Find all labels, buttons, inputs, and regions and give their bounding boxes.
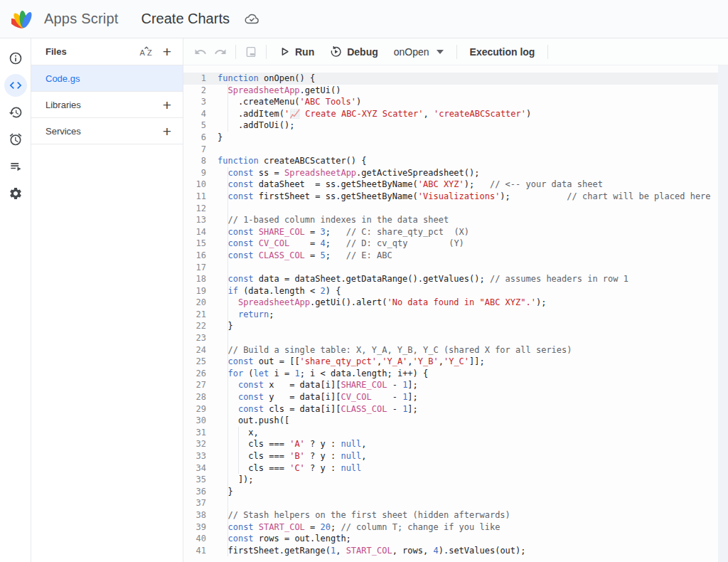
code-text: firstSheet.getRange(1, START_COL, rows, … — [218, 545, 718, 557]
toolbar-divider — [456, 45, 457, 59]
code-lines: 1function onOpen() {2 SpreadsheetApp.get… — [183, 73, 728, 556]
function-selector[interactable]: onOpen — [386, 41, 451, 63]
debug-icon — [330, 46, 342, 58]
alarm-icon[interactable] — [4, 128, 27, 151]
toolbar-divider — [235, 45, 236, 59]
code-text: const CV_COL = 4; // D: cv_qty (Y) — [218, 238, 718, 250]
code-editor[interactable]: 1function onOpen() {2 SpreadsheetApp.get… — [183, 65, 728, 562]
code-text: } — [218, 320, 718, 332]
code-line[interactable]: 3 .createMenu('ABC Tools') — [183, 96, 728, 108]
code-text: function onOpen() { — [218, 73, 718, 85]
history-icon[interactable] — [4, 101, 27, 124]
code-text — [218, 203, 718, 215]
code-line[interactable]: 7 — [183, 144, 728, 156]
code-text: const data = dataSheet.getDataRange().ge… — [218, 273, 718, 285]
code-line[interactable]: 38 // Stash helpers on the first sheet (… — [183, 509, 728, 521]
line-number: 28 — [183, 391, 218, 403]
code-line[interactable]: 13 // 1-based column indexes in the data… — [183, 214, 728, 226]
redo-icon[interactable] — [210, 43, 230, 61]
undo-icon[interactable] — [191, 43, 210, 61]
code-text: const firstSheet = ss.getSheetByName('Vi… — [218, 191, 718, 203]
code-line[interactable]: 19 if (data.length < 2) { — [183, 285, 728, 297]
code-text: cls === 'C' ? y : null — [218, 462, 718, 474]
scrollbar[interactable] — [718, 65, 728, 562]
debug-button[interactable]: Debug — [322, 41, 386, 63]
services-label: Services — [46, 126, 81, 137]
line-number: 9 — [183, 167, 218, 179]
code-text: // Build a single table: X, Y_A, Y_B, Y_… — [218, 344, 718, 356]
code-text: } — [218, 132, 718, 144]
code-line[interactable]: 41 firstSheet.getRange(1, START_COL, row… — [183, 545, 728, 557]
code-text: const SHARE_COL = 3; // C: share_qty_pct… — [218, 226, 718, 238]
code-line[interactable]: 15 const CV_COL = 4; // D: cv_qty (Y) — [183, 238, 728, 250]
code-line[interactable]: 31 x, — [183, 427, 728, 439]
info-icon[interactable] — [4, 47, 27, 70]
libraries-section[interactable]: Libraries + — [31, 92, 183, 118]
app-header: Apps Script Create Charts — [0, 0, 728, 38]
code-line[interactable]: 20 SpreadsheetApp.getUi().alert('No data… — [183, 297, 728, 309]
file-item-code-gs[interactable]: Code.gs — [31, 65, 183, 92]
code-line[interactable]: 2 SpreadsheetApp.getUi() — [183, 85, 728, 97]
code-line[interactable]: 17 — [183, 262, 728, 274]
add-file-button[interactable]: + — [159, 43, 176, 60]
code-line[interactable]: 37 — [183, 497, 728, 509]
code-line[interactable]: 25 const out = [['share_qty_pct','Y_A','… — [183, 356, 728, 368]
executions-icon[interactable] — [4, 155, 27, 178]
code-line[interactable]: 39 const START_COL = 20; // column T; ch… — [183, 521, 728, 534]
code-line[interactable]: 6} — [183, 132, 728, 144]
add-library-button[interactable]: + — [159, 96, 176, 114]
line-number: 37 — [183, 497, 218, 509]
line-number: 15 — [183, 238, 218, 250]
code-line[interactable]: 23 — [183, 332, 728, 344]
code-line[interactable]: 1function onOpen() { — [183, 73, 728, 85]
gear-icon[interactable] — [4, 182, 27, 205]
execution-log-button[interactable]: Execution log — [462, 41, 543, 63]
code-line[interactable]: 27 const x = data[i][SHARE_COL - 1]; — [183, 379, 728, 391]
code-line[interactable]: 14 const SHARE_COL = 3; // C: share_qty_… — [183, 226, 728, 238]
code-text: } — [218, 486, 718, 498]
code-line[interactable]: 36 } — [183, 486, 728, 498]
code-line[interactable]: 22 } — [183, 320, 728, 332]
code-line[interactable]: 9 const ss = SpreadsheetApp.getActiveSpr… — [183, 167, 728, 179]
code-line[interactable]: 11 const firstSheet = ss.getSheetByName(… — [183, 191, 728, 203]
project-title[interactable]: Create Charts — [141, 11, 230, 27]
code-line[interactable]: 26 for (let i = 1; i < data.length; i++)… — [183, 368, 728, 380]
code-line[interactable]: 21 return; — [183, 309, 728, 321]
line-number: 29 — [183, 403, 218, 415]
code-text: out.push([ — [218, 415, 718, 427]
code-line[interactable]: 35 ]); — [183, 474, 728, 486]
add-service-button[interactable]: + — [159, 122, 176, 140]
line-number: 16 — [183, 250, 218, 262]
services-section[interactable]: Services + — [31, 118, 183, 144]
code-icon[interactable] — [4, 74, 27, 97]
code-line[interactable]: 30 out.push([ — [183, 415, 728, 427]
code-line[interactable]: 18 const data = dataSheet.getDataRange()… — [183, 273, 728, 285]
plus-icon: + — [163, 44, 171, 59]
code-line[interactable]: 12 — [183, 203, 728, 215]
line-number: 33 — [183, 450, 218, 462]
code-line[interactable]: 5 .addToUi(); — [183, 120, 728, 132]
code-line[interactable]: 33 cls === 'B' ? y : null, — [183, 450, 728, 462]
code-line[interactable]: 28 const y = data[i][CV_COL - 1]; — [183, 391, 728, 403]
code-line[interactable]: 32 cls === 'A' ? y : null, — [183, 438, 728, 450]
line-number: 20 — [183, 297, 218, 309]
code-line[interactable]: 10 const dataSheet = ss.getSheetByName('… — [183, 179, 728, 191]
code-line[interactable]: 4 .addItem('📈 Create ABC-XYZ Scatter', '… — [183, 108, 728, 120]
code-line[interactable]: 16 const CLASS_COL = 5; // E: ABC — [183, 250, 728, 262]
line-number: 39 — [183, 521, 218, 534]
code-line[interactable]: 24 // Build a single table: X, Y_A, Y_B,… — [183, 344, 728, 356]
code-text — [218, 144, 718, 156]
code-text: if (data.length < 2) { — [218, 285, 718, 297]
toolbar-divider — [266, 45, 267, 59]
code-line[interactable]: 34 cls === 'C' ? y : null — [183, 462, 728, 474]
run-button[interactable]: Run — [272, 41, 322, 63]
sort-az-icon[interactable]: A Z — [134, 44, 159, 59]
save-icon[interactable] — [241, 43, 261, 61]
code-line[interactable]: 8function createABCScatter() { — [183, 155, 728, 167]
code-line[interactable]: 29 const cls = data[i][CLASS_COL - 1]; — [183, 403, 728, 415]
svg-text:Z: Z — [147, 48, 152, 57]
code-text: SpreadsheetApp.getUi().alert('No data fo… — [218, 297, 718, 309]
line-number: 32 — [183, 438, 218, 450]
line-number: 34 — [183, 462, 218, 474]
code-line[interactable]: 40 const rows = out.length; — [183, 533, 728, 545]
